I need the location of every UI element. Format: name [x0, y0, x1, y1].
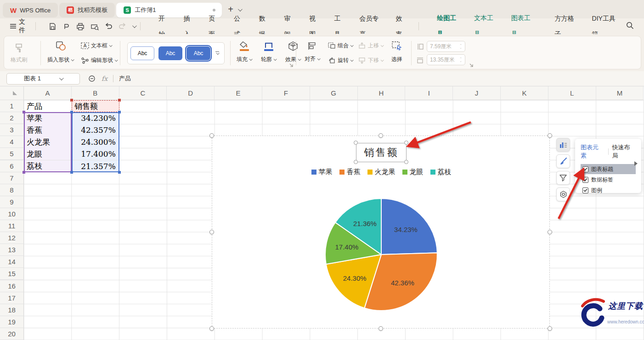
column-header-M[interactable]: M: [596, 86, 644, 100]
column-header-J[interactable]: J: [453, 86, 501, 100]
shape-style-option-selected[interactable]: Abc: [186, 46, 210, 60]
search-button[interactable]: [626, 22, 634, 31]
row-header-5[interactable]: 5: [0, 148, 24, 160]
row-header-4[interactable]: 4: [0, 136, 24, 148]
panel-item-图表标题[interactable]: 图表标题: [581, 164, 636, 174]
save-icon[interactable]: [49, 23, 56, 30]
redo-icon[interactable]: [119, 23, 126, 30]
range-handle[interactable]: [70, 111, 73, 113]
text-box-button[interactable]: A 文本框: [81, 40, 117, 52]
column-header-H[interactable]: H: [358, 86, 406, 100]
shape-height-field[interactable]: 7.59厘米 ⌃⌃: [427, 41, 465, 52]
column-header-C[interactable]: C: [119, 86, 167, 100]
row-header-13[interactable]: 13: [0, 244, 24, 256]
shape-width-field[interactable]: 13.35厘米 ⌃⌃: [427, 54, 465, 65]
group-expand-icon[interactable]: [289, 63, 294, 68]
chart-resize-handle[interactable]: [378, 326, 383, 331]
row-header-2[interactable]: 2: [0, 112, 24, 124]
chart-resize-handle[interactable]: [209, 326, 214, 331]
row-header-12[interactable]: 12: [0, 232, 24, 244]
zoom-formula-icon[interactable]: [88, 75, 96, 83]
tab-docer-templates[interactable]: 稻 找稻壳模板: [59, 3, 115, 17]
print-icon[interactable]: [76, 23, 85, 30]
series-name-range[interactable]: [72, 100, 119, 112]
edit-shape-button[interactable]: 编辑形状: [81, 55, 117, 67]
range-handle[interactable]: [23, 111, 25, 113]
shape-style-option[interactable]: Abc: [158, 46, 182, 60]
format-painter-button[interactable]: 格式刷: [8, 41, 30, 66]
row-header-11[interactable]: 11: [0, 220, 24, 232]
undo-icon[interactable]: [105, 23, 113, 30]
row-header-8[interactable]: 8: [0, 184, 24, 196]
row-header-9[interactable]: 9: [0, 196, 24, 208]
panel-item-图例[interactable]: 图例: [581, 185, 636, 195]
column-header-E[interactable]: E: [215, 86, 262, 100]
range-handle[interactable]: [23, 171, 25, 174]
row-header-15[interactable]: 15: [0, 268, 24, 280]
row-header-7[interactable]: 7: [0, 172, 24, 184]
outline-button[interactable]: 轮廓: [258, 39, 279, 67]
qat-dropdown-icon[interactable]: [132, 23, 137, 28]
chart-resize-handle[interactable]: [378, 133, 383, 138]
checkbox-图表标题[interactable]: [582, 166, 588, 172]
select-all-corner[interactable]: [0, 86, 24, 100]
row-header-10[interactable]: 10: [0, 208, 24, 220]
checkbox-图例[interactable]: [582, 187, 588, 193]
move-down-button[interactable]: 下移: [358, 55, 383, 67]
gallery-more-button[interactable]: [215, 51, 219, 55]
column-header-F[interactable]: F: [262, 86, 310, 100]
column-header-I[interactable]: I: [405, 86, 453, 100]
select-button[interactable]: 选择: [389, 39, 405, 67]
tab-quick-layout[interactable]: 快速布局: [612, 143, 636, 160]
chart-filter-button[interactable]: [556, 171, 570, 185]
name-box-dropdown-icon[interactable]: [59, 76, 64, 80]
panel-item-数据标签[interactable]: 数据标签: [581, 175, 636, 185]
range-handle[interactable]: [70, 99, 73, 102]
move-up-button[interactable]: 上移: [358, 40, 383, 52]
pie-chart-object[interactable]: 销售额 苹果香蕉火龙果龙眼荔枝 34.23%42.36%24.30%17.40%…: [212, 136, 550, 329]
row-header-19[interactable]: 19: [0, 316, 24, 328]
chart-settings-button[interactable]: [556, 187, 570, 201]
fill-button[interactable]: 填充: [234, 39, 254, 67]
export-pdf-icon[interactable]: [62, 23, 70, 30]
row-header-18[interactable]: 18: [0, 304, 24, 316]
shape-style-option[interactable]: Abc: [130, 46, 154, 60]
range-handle[interactable]: [70, 171, 73, 174]
column-header-B[interactable]: B: [72, 86, 119, 100]
formula-input[interactable]: 产品: [119, 74, 131, 83]
values-range[interactable]: [72, 112, 119, 172]
row-header-6[interactable]: 6: [0, 160, 24, 172]
row-header-14[interactable]: 14: [0, 256, 24, 268]
group-shapes-button[interactable]: 组合: [328, 40, 353, 52]
column-header-K[interactable]: K: [501, 86, 548, 100]
row-header-3[interactable]: 3: [0, 124, 24, 136]
chart-resize-handle[interactable]: [209, 133, 214, 138]
row-header-1[interactable]: 1: [0, 100, 24, 112]
fx-icon[interactable]: fx: [102, 75, 107, 82]
submenu-arrow-icon[interactable]: [634, 161, 638, 166]
row-header-17[interactable]: 17: [0, 292, 24, 304]
group-expand-icon[interactable]: [469, 63, 474, 68]
tab-wps-office[interactable]: W WPS Office: [3, 3, 58, 17]
print-preview-icon[interactable]: [90, 23, 99, 30]
stepper-icon[interactable]: ⌃⌃: [459, 57, 462, 62]
chart-resize-handle[interactable]: [209, 230, 214, 234]
range-handle[interactable]: [118, 99, 121, 102]
cell-A1[interactable]: 产品: [24, 100, 72, 112]
column-header-D[interactable]: D: [167, 86, 215, 100]
insert-shape-button[interactable]: 插入形状: [45, 39, 76, 68]
checkbox-数据标签[interactable]: [582, 177, 588, 183]
row-header-16[interactable]: 16: [0, 280, 24, 292]
chart-resize-handle[interactable]: [548, 133, 552, 138]
chart-elements-button[interactable]: [556, 138, 570, 152]
chart-style-button[interactable]: [556, 154, 570, 168]
range-handle[interactable]: [118, 111, 121, 113]
column-header-G[interactable]: G: [310, 86, 358, 100]
category-range[interactable]: [24, 112, 72, 172]
stepper-icon[interactable]: ⌃⌃: [459, 44, 462, 49]
align-button[interactable]: 对齐: [302, 40, 322, 67]
range-handle[interactable]: [118, 171, 121, 174]
row-header-20[interactable]: 20: [0, 328, 24, 340]
name-box[interactable]: 图表 1: [6, 73, 80, 85]
column-header-A[interactable]: A: [24, 86, 72, 100]
